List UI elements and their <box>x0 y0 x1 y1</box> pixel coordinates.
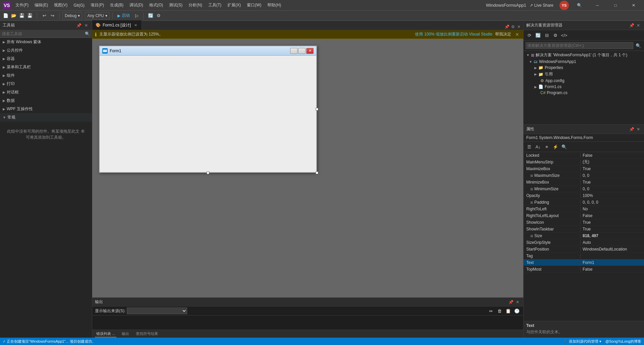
menu-analyze[interactable]: 分析(N) <box>186 1 205 9</box>
solution-sync-btn[interactable]: ⟳ <box>526 31 533 39</box>
output-source-dropdown[interactable] <box>127 307 187 314</box>
menu-project[interactable]: 项目(P) <box>88 1 107 9</box>
prop-search-btn[interactable]: 🔍 <box>560 143 568 150</box>
resize-handle-bottom[interactable] <box>207 171 209 174</box>
prop-row-minimumsize[interactable]: ⊞MinimumSize 0, 0 <box>524 186 644 192</box>
solution-close-btn[interactable]: ✕ <box>635 22 641 28</box>
undo-btn[interactable]: ↩ <box>41 12 48 19</box>
output-clear-btn[interactable]: 🗑 <box>496 307 503 315</box>
form-maximize-btn[interactable]: □ <box>298 48 306 54</box>
output-copy-btn[interactable]: 📋 <box>504 307 512 315</box>
user-avatar[interactable]: YS <box>559 1 569 10</box>
platform-dropdown[interactable]: Any CPU ▾ <box>85 12 109 19</box>
prop-row-size[interactable]: ⊞Size 818, 497 <box>524 232 644 239</box>
prop-props-btn[interactable]: ≡ <box>543 143 550 150</box>
tree-item-project[interactable]: ▼ 🗂 WindowsFormsApp1 <box>524 59 644 65</box>
output-tab-find-results[interactable]: 查找符号结果 <box>135 331 159 337</box>
tab-settings-btn[interactable]: ⚙ <box>510 24 516 30</box>
expand-icon[interactable]: ⊞ <box>530 174 533 178</box>
solution-code-btn[interactable]: </> <box>560 31 568 39</box>
settings-btn[interactable]: ⚙ <box>155 12 162 19</box>
redo-btn[interactable]: ↪ <box>49 12 56 19</box>
continue-btn[interactable]: ▷ <box>133 12 141 19</box>
maximize-window-btn[interactable]: □ <box>608 0 623 11</box>
prop-row-locked[interactable]: Locked False <box>524 152 644 159</box>
menu-format[interactable]: 格式(O) <box>147 1 166 9</box>
toolbox-cat-all-windows[interactable]: ▶ 所有 Windows 窗体 <box>0 38 92 46</box>
output-close-btn[interactable]: ✕ <box>515 299 521 305</box>
prop-row-text[interactable]: Text Form1 <box>524 259 644 266</box>
solution-settings-btn[interactable]: ⚙ <box>552 31 559 39</box>
tab-close-panel-btn[interactable]: ✕ <box>516 24 522 30</box>
tree-item-references[interactable]: ▶ 📁 引用 <box>524 71 644 78</box>
prop-row-opacity[interactable]: Opacity 100% <box>524 192 644 199</box>
start-button[interactable]: ▶ 启动 <box>115 12 132 19</box>
open-btn[interactable]: 📂 <box>10 12 17 19</box>
form-minimize-btn[interactable]: ─ <box>290 48 298 54</box>
properties-pin-btn[interactable]: 📌 <box>629 126 635 132</box>
form-window[interactable]: Form1 ─ □ ✕ <box>99 46 317 173</box>
prop-row-startposition[interactable]: StartPosition WindowsDefaultLocation <box>524 246 644 253</box>
toolbox-cat-common-controls[interactable]: ▶ 公共控件 <box>0 46 92 55</box>
tab-pin-btn[interactable]: 📌 <box>504 24 510 30</box>
prop-row-sizegripstyle[interactable]: SizeGripStyle Auto <box>524 239 644 246</box>
prop-categorized-btn[interactable]: ☰ <box>526 143 533 150</box>
new-project-btn[interactable]: 📄 <box>2 12 9 19</box>
toolbox-cat-components[interactable]: ▶ 组件 <box>0 71 92 80</box>
menu-extensions[interactable]: 扩展(X) <box>225 1 244 9</box>
menu-build[interactable]: 生成(B) <box>107 1 126 9</box>
prop-row-tag[interactable]: Tag <box>524 253 644 259</box>
output-pin-btn[interactable]: 📌 <box>508 299 514 305</box>
prop-alphabetical-btn[interactable]: A↓ <box>534 143 542 150</box>
prop-events-btn[interactable]: ⚡ <box>552 143 559 150</box>
close-window-btn[interactable]: ✕ <box>626 0 641 11</box>
toolbox-pin-btn[interactable]: 📌 <box>76 22 82 28</box>
output-wrap-btn[interactable]: ⇔ <box>487 307 494 315</box>
resize-handle-corner[interactable] <box>316 171 318 174</box>
prop-row-righttoleft[interactable]: RightToLeft No <box>524 206 644 212</box>
toolbox-cat-wpf[interactable]: ▶ WPF 互操作性 <box>0 105 92 113</box>
save-btn[interactable]: 💾 <box>18 12 25 19</box>
solution-search-input[interactable] <box>526 42 633 49</box>
properties-close-btn[interactable]: ✕ <box>635 126 641 132</box>
prop-row-mainmenustrip[interactable]: MainMenuStrip (无) <box>524 159 644 165</box>
prop-row-showicon[interactable]: ShowIcon True <box>524 219 644 226</box>
output-time-btn[interactable]: 🕐 <box>513 307 521 315</box>
notification-close-btn[interactable]: ✕ <box>514 32 521 37</box>
debug-config-dropdown[interactable]: Debug ▾ <box>62 12 82 19</box>
expand-icon[interactable]: ⊞ <box>530 234 533 238</box>
solution-refresh-btn[interactable]: 🔄 <box>534 31 542 39</box>
output-tab-output[interactable]: 输出 <box>120 331 130 337</box>
menu-file[interactable]: 文件(F) <box>13 1 31 9</box>
toolbox-search-input[interactable] <box>2 31 84 36</box>
expand-icon[interactable]: ⊞ <box>530 201 533 204</box>
form-close-btn[interactable]: ✕ <box>306 48 314 54</box>
toolbox-cat-container[interactable]: ▶ 容器 <box>0 55 92 63</box>
prop-row-padding[interactable]: ⊞Padding 0, 0, 0, 0 <box>524 199 644 206</box>
prop-row-maximizebox[interactable]: MaximizeBox True <box>524 165 644 172</box>
toolbox-cat-dialog[interactable]: ▶ 对话框 <box>0 88 92 96</box>
prop-row-showintaskbar[interactable]: ShowInTaskbar True <box>524 226 644 232</box>
prop-row-maximumsize[interactable]: ⊞MaximumSize 0, 0 <box>524 172 644 179</box>
toolbox-cat-menu-toolbar[interactable]: ▶ 菜单和工具栏 <box>0 63 92 71</box>
menu-help[interactable]: 帮助(H) <box>265 1 284 9</box>
solution-pin-btn[interactable]: 📌 <box>629 22 635 28</box>
toolbox-cat-general[interactable]: ▼ 常规 <box>0 113 92 122</box>
live-share-button[interactable]: ↗ Live Share <box>526 2 557 9</box>
status-blog-link[interactable]: @SongYuLong的博客 <box>605 339 641 344</box>
menu-debug[interactable]: 调试(D) <box>127 1 146 9</box>
resize-handle-right[interactable] <box>316 108 318 111</box>
prop-row-topmost[interactable]: TopMost False <box>524 266 644 273</box>
menu-edit[interactable]: 编辑(E) <box>32 1 51 9</box>
save-all-btn[interactable]: 💾 <box>26 12 34 19</box>
notification-link[interactable]: 使用 100% 缩放比例重新启动 Visual Studio <box>415 31 492 37</box>
menu-test[interactable]: 测试(S) <box>166 1 185 9</box>
menu-window[interactable]: 窗口(W) <box>244 1 264 9</box>
minimize-window-btn[interactable]: ─ <box>590 0 605 11</box>
output-tab-errors[interactable]: 错误列表 ... <box>95 331 116 337</box>
tree-item-appconfig[interactable]: ⚙ App.config <box>524 78 644 84</box>
menu-git[interactable]: Git(G) <box>71 2 87 9</box>
expand-icon[interactable]: ⊞ <box>530 187 533 191</box>
prop-row-righttoleftlayout[interactable]: RightToLeftLayout False <box>524 212 644 219</box>
toolbox-cat-printing[interactable]: ▶ 打印 <box>0 80 92 88</box>
